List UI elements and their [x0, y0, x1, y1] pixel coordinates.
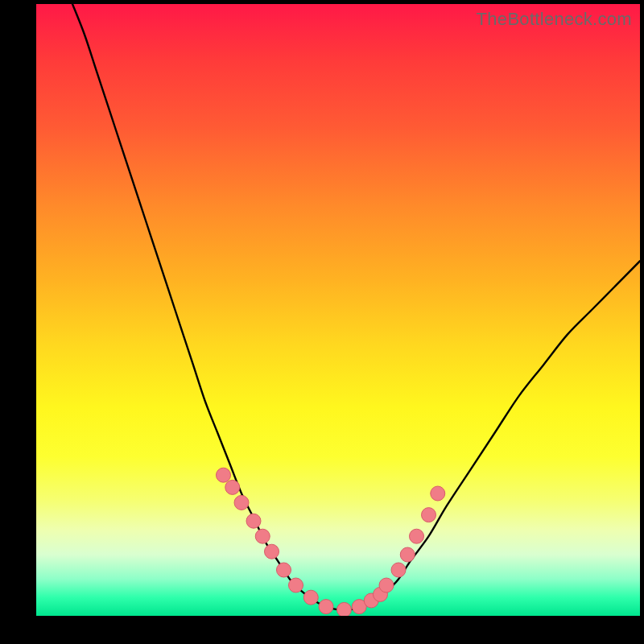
- data-point: [400, 547, 415, 562]
- data-point: [255, 529, 270, 543]
- data-point: [265, 544, 279, 559]
- chart-svg: [36, 4, 640, 616]
- bottleneck-curve: [72, 4, 640, 610]
- data-point: [234, 495, 249, 510]
- data-point: [246, 514, 261, 528]
- data-point: [422, 508, 436, 522]
- data-point: [217, 468, 231, 482]
- data-point: [337, 602, 352, 616]
- data-point: [391, 563, 406, 577]
- data-point: [410, 529, 424, 543]
- chart-frame: TheBottleneck.com: [0, 0, 644, 644]
- data-point: [289, 578, 303, 592]
- data-point: [225, 480, 240, 494]
- data-point: [303, 590, 318, 605]
- data-point: [431, 486, 445, 501]
- plot-area: TheBottleneck.com: [36, 4, 640, 616]
- data-point: [277, 563, 291, 577]
- sample-points: [217, 468, 445, 616]
- data-point: [319, 600, 333, 614]
- data-point: [379, 578, 394, 592]
